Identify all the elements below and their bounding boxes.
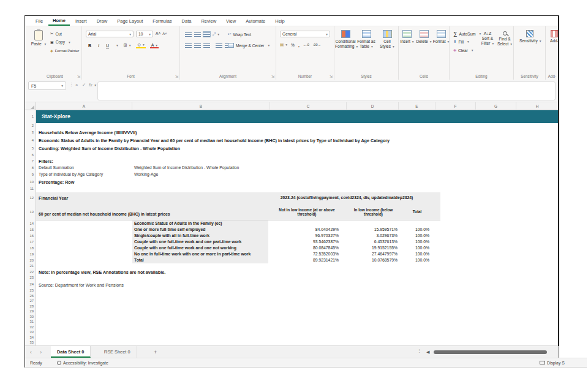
menu-tab-help[interactable]: Help — [271, 17, 288, 25]
font-name-select[interactable]: Arial▾ — [86, 31, 134, 37]
row-header-11[interactable]: 11 — [25, 186, 35, 192]
italic-button[interactable]: I — [97, 43, 100, 48]
column-header-F[interactable]: F — [435, 102, 476, 110]
row-header-28[interactable]: 28 — [25, 304, 35, 309]
grow-shrink-font[interactable]: A˄A˅ — [156, 31, 167, 36]
font-size-select[interactable]: 10▾ — [136, 31, 153, 37]
format-painter-button[interactable]: ◆Format Painter — [50, 48, 79, 53]
row-header-21[interactable]: 21 — [25, 263, 35, 269]
sort-filter-button[interactable]: A↓ZSort & Filter▾ — [479, 31, 496, 46]
format-cells-button[interactable]: Format▾ — [432, 30, 450, 44]
paste-button[interactable]: Paste ▾ — [28, 30, 49, 47]
menu-tab-data[interactable]: Data — [178, 17, 196, 25]
font-dialog-launcher-icon[interactable]: ⇲ — [175, 74, 178, 78]
row-header-20[interactable]: 20 — [25, 257, 35, 263]
fill-color-button[interactable]: ◇▾ — [136, 42, 145, 48]
row-header-18[interactable]: 18 — [25, 245, 35, 251]
row-header-33[interactable]: 33 — [25, 330, 35, 335]
column-header-G[interactable]: G — [476, 102, 516, 110]
copy-button[interactable]: ▣Copy▾ — [50, 40, 70, 44]
menu-tab-view[interactable]: View — [222, 17, 240, 25]
conditional-formatting-button[interactable]: Conditional Formatting▾ — [335, 30, 356, 49]
clear-button[interactable]: ◈Clear▾ — [453, 48, 473, 53]
merge-center-button[interactable]: Merge & Center▾ — [228, 43, 270, 48]
delete-cells-button[interactable]: Delete▾ — [415, 30, 432, 44]
find-select-button[interactable]: Find & Select▾ — [496, 31, 513, 47]
row-header-5[interactable]: 5 — [25, 145, 35, 153]
row-header-34[interactable]: 34 — [25, 335, 35, 341]
tabbar-dots-icon[interactable]: ⋮ — [417, 349, 421, 353]
addins-button[interactable]: Add- — [547, 30, 559, 43]
enter-icon[interactable]: ✓ — [82, 82, 86, 88]
row-header-1[interactable]: 1 — [25, 110, 35, 123]
underline-button[interactable]: U — [105, 43, 110, 48]
row-header-23[interactable]: 23 — [25, 275, 35, 281]
column-header-B[interactable]: B — [132, 102, 270, 110]
column-header-C[interactable]: C — [270, 102, 347, 110]
row-header-27[interactable]: 27 — [25, 298, 35, 304]
add-sheet-button[interactable]: + — [154, 346, 157, 358]
borders-button[interactable]: ⊞▾ — [123, 43, 132, 48]
fx-icon[interactable]: fx▾ — [89, 82, 96, 88]
column-header-E[interactable]: E — [399, 102, 435, 110]
menu-tab-insert[interactable]: Insert — [71, 17, 91, 25]
menu-tab-page-layout[interactable]: Page Layout — [113, 17, 147, 25]
fill-button[interactable]: ⬇Fill▾ — [453, 39, 469, 44]
row-header-29[interactable]: 29 — [25, 309, 35, 314]
sheet-tab-rse-sheet-0[interactable]: RSE Sheet 0 — [98, 346, 137, 358]
menu-tab-home[interactable]: Home — [48, 17, 70, 26]
menu-tab-file[interactable]: File — [31, 17, 47, 25]
insert-cells-button[interactable]: Insert▾ — [399, 30, 415, 44]
row-header-16[interactable]: 16 — [25, 233, 35, 239]
row-header-12[interactable]: 12 — [25, 192, 35, 203]
row-header-35[interactable]: 35 — [25, 340, 35, 345]
column-header-H[interactable]: H — [516, 102, 559, 110]
row-header-31[interactable]: 31 — [25, 319, 35, 325]
accounting-format-icon[interactable]: ▤▾ — [280, 42, 287, 47]
align-middle-icon[interactable] — [194, 32, 201, 37]
wrap-text-button[interactable]: ↩Wrap Text — [228, 32, 251, 37]
prev-sheet-arrow-icon[interactable]: ‹ — [30, 346, 32, 358]
row-header-15[interactable]: 15 — [25, 227, 35, 233]
row-header-22[interactable]: 22 — [25, 269, 35, 275]
increase-decimal-icon[interactable]: ←.0 — [303, 43, 309, 47]
align-top-icon[interactable] — [185, 32, 192, 37]
cut-button[interactable]: ✂Cut — [50, 31, 62, 36]
bold-button[interactable]: B — [87, 43, 92, 48]
row-header-4[interactable]: 4 — [25, 137, 35, 145]
row-header-7[interactable]: 7 — [25, 157, 35, 165]
format-as-table-button[interactable]: Format as Table▾ — [356, 30, 377, 49]
row-header-19[interactable]: 19 — [25, 251, 35, 257]
row-header-13[interactable]: 13 — [25, 203, 35, 221]
row-header-8[interactable]: 8 — [25, 165, 35, 172]
row-header-26[interactable]: 26 — [25, 293, 35, 299]
font-color-button[interactable]: A▾ — [150, 43, 159, 48]
formula-input[interactable] — [97, 81, 556, 100]
menu-tab-formulas[interactable]: Formulas — [148, 17, 176, 25]
menu-tab-automate[interactable]: Automate — [241, 17, 270, 25]
column-header-D[interactable]: D — [347, 102, 399, 110]
sheet-tab-data-sheet-0[interactable]: Data Sheet 0 — [51, 346, 91, 358]
row-header-3[interactable]: 3 — [25, 129, 35, 137]
decrease-indent-icon[interactable] — [216, 43, 222, 48]
number-format-select[interactable]: General▾ — [280, 31, 330, 37]
row-header-17[interactable]: 17 — [25, 239, 35, 245]
autosum-button[interactable]: ∑AutoSum▾ — [453, 31, 481, 37]
row-header-10[interactable]: 10 — [25, 178, 35, 186]
row-header-24[interactable]: 24 — [25, 281, 35, 288]
orientation-icon[interactable]: ⤢▾ — [213, 32, 219, 37]
next-sheet-arrow-icon[interactable]: › — [40, 346, 42, 358]
row-header-9[interactable]: 9 — [25, 172, 35, 178]
percent-style-icon[interactable]: % — [291, 43, 295, 47]
row-header-32[interactable]: 32 — [25, 325, 35, 330]
row-header-25[interactable]: 25 — [25, 288, 35, 293]
row-header-14[interactable]: 14 — [25, 221, 35, 227]
align-bottom-icon[interactable] — [203, 32, 210, 37]
row-header-30[interactable]: 30 — [25, 314, 35, 320]
cancel-icon[interactable]: × — [75, 82, 78, 88]
menu-tab-review[interactable]: Review — [197, 17, 221, 25]
align-right-icon[interactable] — [203, 43, 210, 48]
sensitivity-button[interactable]: Sensitivity▾ — [519, 30, 540, 43]
menu-tab-draw[interactable]: Draw — [92, 17, 112, 25]
cell-styles-button[interactable]: Cell Styles▾ — [377, 30, 398, 49]
